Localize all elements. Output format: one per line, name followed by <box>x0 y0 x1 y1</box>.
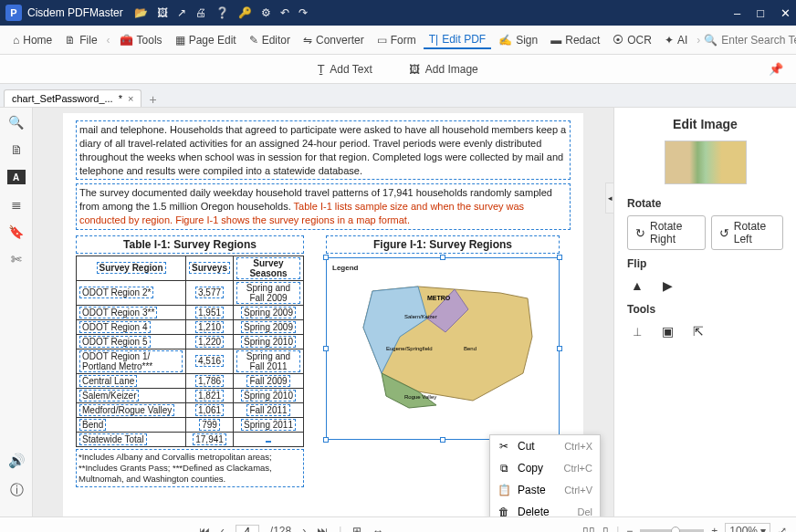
list-tool-icon[interactable]: ≣ <box>11 197 22 212</box>
table-row[interactable]: Statewide Total17,941 <box>77 432 304 446</box>
table-row[interactable]: Bend799Spring 2011 <box>77 417 304 432</box>
fullscreen-button[interactable]: ⤢ <box>778 525 787 533</box>
extract-button[interactable]: ⇱ <box>688 321 708 341</box>
resize-handle[interactable] <box>440 255 445 260</box>
svg-text:Bend: Bend <box>464 346 477 351</box>
fit-page-button[interactable]: ⊞ <box>352 525 361 533</box>
nav-sign[interactable]: ✍Sign <box>493 31 543 49</box>
resize-handle[interactable] <box>440 437 445 443</box>
image-icon[interactable]: 🖼 <box>157 6 168 19</box>
chevron-right-icon[interactable]: › <box>695 34 702 47</box>
resize-handle[interactable] <box>557 255 562 260</box>
search-input[interactable] <box>721 34 796 47</box>
resize-handle[interactable] <box>323 255 329 260</box>
survey-table[interactable]: Survey RegionSurveysSurvey Seasons ODOT … <box>76 256 304 447</box>
rotate-right-button[interactable]: ↻Rotate Right <box>627 215 706 250</box>
table-footnote[interactable]: *Includes Albany and Corvallis metropoli… <box>76 449 304 487</box>
collapse-right-button[interactable]: ◂ <box>605 183 614 214</box>
resize-handle[interactable] <box>557 346 562 351</box>
search-box[interactable]: 🔍 <box>704 34 796 47</box>
print-icon[interactable]: 🖨 <box>195 6 206 19</box>
nav-converter[interactable]: ⇋Converter <box>298 31 370 49</box>
table-row[interactable]: ODOT Region 2*3,577Spring and Fall 2009 <box>77 280 304 305</box>
paragraph-2[interactable]: The survey documented daily weekday hous… <box>76 183 571 230</box>
ctx-paste[interactable]: 📋PasteCtrl+V <box>490 479 600 501</box>
zoom-value: 100% <box>729 525 758 533</box>
table-row[interactable]: ODOT Region 41,210Spring 2009 <box>77 319 304 334</box>
file-icon: 🗎 <box>65 34 76 47</box>
gear-icon[interactable]: ⚙ <box>261 6 271 19</box>
nav-ai[interactable]: ✦AI <box>659 31 693 49</box>
redo-icon[interactable]: ↷ <box>298 6 308 19</box>
crop-tool-icon[interactable]: ✄ <box>11 252 22 266</box>
key-icon[interactable]: 🔑 <box>238 6 252 19</box>
nav-ocr[interactable]: ⦿OCR <box>607 31 657 49</box>
close-button[interactable]: ✕ <box>780 6 791 20</box>
document-tab[interactable]: chart_SetPassword_...* × <box>4 89 141 107</box>
add-tab-button[interactable]: + <box>149 92 156 107</box>
figure-title[interactable]: Figure I-1: Survey Regions <box>326 235 560 254</box>
table-row[interactable]: ODOT Region 1/ Portland Metro***4,516Spr… <box>77 349 304 373</box>
map-image[interactable]: Legend METRO Salem/Keizer Eugene/Springf… <box>326 257 560 440</box>
nav-editpdf[interactable]: T|Edit PDF <box>424 30 491 49</box>
add-text-button[interactable]: ṮAdd Text <box>318 63 372 76</box>
ctx-cut[interactable]: ✂CutCtrl+X <box>490 435 600 457</box>
undo-icon[interactable]: ↶ <box>280 6 289 19</box>
single-view-button[interactable]: ▯ <box>602 525 609 533</box>
table-row[interactable]: ODOT Region 3**1,951Spring 2009 <box>77 305 304 319</box>
last-page-button[interactable]: ⏭ <box>317 525 328 533</box>
tab-close-icon[interactable]: × <box>128 93 133 104</box>
table-row[interactable]: Medford/Rogue Valley1,061Fall 2011 <box>77 402 304 417</box>
share-icon[interactable]: ↗ <box>177 6 186 19</box>
add-image-button[interactable]: 🖼Add Image <box>409 63 478 76</box>
nav-pageedit[interactable]: ▦Page Edit <box>170 31 242 49</box>
nav-redact[interactable]: ▬Redact <box>545 31 605 49</box>
flip-vertical-button[interactable]: ▲ <box>627 276 647 296</box>
chevron-left-icon[interactable]: ‹ <box>105 34 112 47</box>
page-input[interactable] <box>236 525 259 533</box>
bookmark-tool-icon[interactable]: 🔖 <box>8 224 24 239</box>
text-tool-icon[interactable]: A <box>7 170 26 184</box>
zoom-dropdown[interactable]: 100%▾ <box>725 523 770 533</box>
resize-handle[interactable] <box>323 346 329 351</box>
prev-page-button[interactable]: ‹ <box>221 525 225 533</box>
tab-bar: chart_SetPassword_...* × + <box>0 84 796 108</box>
zoom-out-button[interactable]: − <box>626 525 633 533</box>
pin-icon[interactable]: 📌 <box>769 62 783 76</box>
table-title[interactable]: Table I-1: Survey Regions <box>76 235 304 254</box>
nav-form[interactable]: ▭Form <box>372 31 422 49</box>
maximize-button[interactable]: □ <box>757 6 764 20</box>
zoom-knob[interactable] <box>671 527 680 533</box>
paragraph-1[interactable]: mail and telephone. Households that agre… <box>76 120 571 180</box>
minimize-button[interactable]: – <box>734 6 740 20</box>
table-row[interactable]: Salem/Keizer1,821Spring 2010 <box>77 388 304 402</box>
sound-icon[interactable]: 🔊 <box>8 453 26 469</box>
ctx-delete[interactable]: 🗑DeleteDel <box>490 501 600 516</box>
help-icon[interactable]: ❔ <box>215 6 229 19</box>
table-row[interactable]: ODOT Region 51,220Spring 2010 <box>77 334 304 349</box>
image-thumbnail <box>665 141 747 184</box>
search-tool-icon[interactable]: 🔍 <box>8 115 24 130</box>
nav-home[interactable]: ⌂Home <box>7 31 58 49</box>
continuous-view-button[interactable]: ▯▯ <box>582 525 595 533</box>
nav-editor[interactable]: ✎Editor <box>244 31 296 49</box>
rotate-left-button[interactable]: ↺Rotate Left <box>711 215 783 250</box>
zoom-slider[interactable] <box>640 529 704 533</box>
tools-label: Tools <box>137 34 162 47</box>
crop-button[interactable]: ⟂ <box>627 321 647 341</box>
nav-tools[interactable]: 🧰Tools <box>114 31 168 49</box>
zoom-in-button[interactable]: + <box>711 525 717 533</box>
open-icon[interactable]: 📂 <box>134 6 148 19</box>
next-page-button[interactable]: › <box>302 525 306 533</box>
ctx-copy[interactable]: ⧉CopyCtrl+C <box>490 457 600 479</box>
info-icon[interactable]: ⓘ <box>10 482 24 499</box>
nav-file[interactable]: 🗎File <box>59 31 102 49</box>
table-row[interactable]: Central Lane1,786Fall 2009 <box>77 373 304 388</box>
first-page-button[interactable]: ⏮ <box>199 525 210 533</box>
flip-horizontal-button[interactable]: ▶ <box>657 276 677 296</box>
page-tool-icon[interactable]: 🗎 <box>10 142 23 157</box>
replace-button[interactable]: ▣ <box>657 321 677 341</box>
resize-handle[interactable] <box>323 437 329 443</box>
document-viewport[interactable]: mail and telephone. Households that agre… <box>33 108 613 516</box>
fit-width-button[interactable]: ↔ <box>372 525 383 533</box>
